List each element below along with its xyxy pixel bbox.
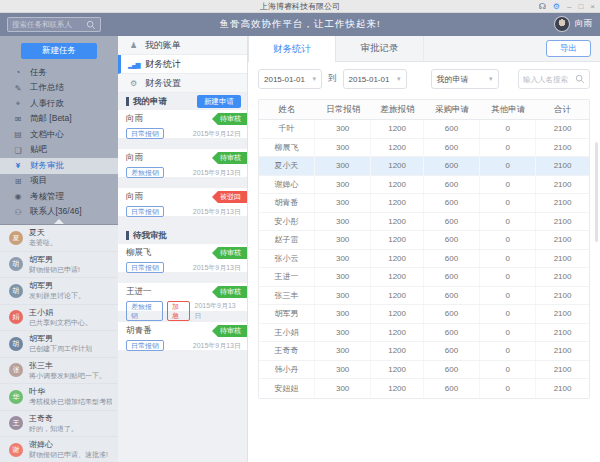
cell-other: 0 (480, 324, 536, 342)
finance-menu-item[interactable]: 我的账单 (118, 36, 247, 55)
table-row[interactable]: 韩小丹 300 1200 600 0 2100 (259, 361, 589, 380)
cell-other: 0 (480, 342, 536, 360)
table-row[interactable]: 安妞妞 300 1200 600 0 2100 (259, 379, 589, 398)
cell-daily: 300 (315, 194, 371, 212)
cell-total: 2100 (536, 194, 589, 212)
support-icon[interactable]: ☊ (539, 0, 546, 13)
cell-total: 2100 (536, 379, 589, 398)
scrollbar-thumb[interactable] (595, 142, 598, 242)
cell-total: 2100 (536, 287, 589, 305)
search-icon (575, 74, 585, 84)
card-bottom: 日常报销 2015年9月13日 (126, 262, 241, 273)
application-date: 2015年9月13日 (193, 168, 241, 178)
sidebar-nav-item[interactable]: 联系人[36/46] (0, 205, 118, 221)
contact-item[interactable]: 胡 胡军男 已创建下周工作计划 (0, 331, 118, 358)
sidebar-nav-item[interactable]: 人事行政 (0, 96, 118, 112)
nav-label: 简邮 [Beta] (30, 113, 72, 125)
table-row[interactable]: 谢婵心 300 1200 600 0 2100 (259, 176, 589, 195)
contact-item[interactable]: 华 叶华 考核模块已增加结果型考核。 (0, 384, 118, 411)
sidebar-nav-item[interactable]: 文档中心 (0, 127, 118, 143)
nav-icon (13, 99, 23, 109)
sidebar-nav-item[interactable]: 任务 (0, 65, 118, 81)
global-search-input[interactable] (12, 20, 86, 29)
finance-menu-item[interactable]: 财务统计 (118, 55, 247, 74)
cell-total: 2100 (536, 342, 589, 360)
global-search[interactable] (7, 17, 101, 32)
application-card[interactable]: 向雨 被驳回 日常报销 2015年9月13日 (118, 188, 247, 216)
contact-message: 财物报销已申请、速批准! (29, 450, 112, 459)
sidebar-nav-item[interactable]: 工作总结 (0, 81, 118, 97)
cell-name: 胡青番 (259, 194, 315, 212)
name-search-input[interactable] (523, 75, 575, 84)
tabs: 财务统计 审批记录 (248, 36, 424, 61)
table-row[interactable]: 王进一 300 1200 600 0 2100 (259, 268, 589, 287)
contact-avatar: 夏 (9, 231, 23, 245)
export-button[interactable]: 导出 (546, 40, 591, 57)
cell-daily: 300 (315, 231, 371, 249)
panel-tab[interactable]: 财务统计 (248, 36, 336, 62)
sidebar-nav-item[interactable]: 项目 (0, 174, 118, 190)
approval-card[interactable]: 柳展飞 待审核 日常报销 2015年9月13日 (118, 244, 247, 272)
cell-other: 0 (480, 250, 536, 268)
to-label: 到 (328, 73, 337, 85)
tab-bar: 财务统计 审批记录 导出 (248, 36, 600, 62)
contact-item[interactable]: 胡 胡军男 发到群里讨论下。 (0, 278, 118, 305)
panel-tab[interactable]: 审批记录 (336, 36, 424, 61)
date-from-select[interactable]: 2015-01-01 ▾ (258, 69, 322, 89)
name-search[interactable] (518, 69, 590, 89)
sidebar: 新建任务 任务 工作总结 人事行政 (0, 36, 118, 462)
application-date: 2015年9月13日 (193, 341, 241, 351)
sidebar-nav-item[interactable]: 财务审批 (0, 158, 118, 174)
approval-card[interactable]: 胡青番 待审核 日常报销 2015年9月13日 (118, 322, 247, 350)
contact-message: 已共享到文档中心。 (29, 318, 112, 327)
table-row[interactable]: 张三丰 300 1200 600 0 2100 (259, 287, 589, 306)
cell-other: 0 (480, 268, 536, 286)
cell-name: 安妞妞 (259, 379, 315, 398)
table-row[interactable]: 赵子雷 300 1200 600 0 2100 (259, 231, 589, 250)
sidebar-nav-item[interactable]: 贴吧 (0, 143, 118, 159)
table-row[interactable]: 张小云 300 1200 600 0 2100 (259, 250, 589, 269)
table-row[interactable]: 安小彤 300 1200 600 0 2100 (259, 213, 589, 232)
finance-menu-item[interactable]: 财务设置 (118, 74, 247, 93)
contact-item[interactable]: 谢 谢婵心 财物报销已申请、速批准! (0, 437, 118, 462)
table-row[interactable]: 王小娟 300 1200 600 0 2100 (259, 324, 589, 343)
contact-avatar: 胡 (9, 337, 23, 351)
table-row[interactable]: 胡青番 300 1200 600 0 2100 (259, 194, 589, 213)
date-to-select[interactable]: 2015-01-01 ▾ (343, 69, 407, 89)
nav-icon (13, 161, 23, 170)
contact-item[interactable]: 王 王奇奇 好的，知道了。 (0, 411, 118, 438)
application-card[interactable]: 向雨 待审核 日常报销 2015年9月12日 (118, 110, 247, 138)
to-approve-header: 待我审批 (118, 227, 247, 244)
cell-daily: 300 (315, 176, 371, 194)
caret-up-icon (54, 219, 64, 224)
status-badge: 待审核 (212, 247, 247, 259)
contact-name: 张三丰 (29, 361, 112, 371)
contact-info: 王小娟 已共享到文档中心。 (29, 308, 112, 327)
contact-item[interactable]: 娟 王小娟 已共享到文档中心。 (0, 305, 118, 332)
application-card[interactable]: 向雨 待审核 差旅报销 2015年9月13日 (118, 149, 247, 177)
sidebar-nav-item[interactable]: 考核管理 (0, 189, 118, 205)
table-row[interactable]: 柳展飞 300 1200 600 0 2100 (259, 139, 589, 158)
contact-item[interactable]: 张 张三丰 将小调整发到贴吧一下。 (0, 358, 118, 385)
cell-daily: 300 (315, 287, 371, 305)
contact-avatar: 王 (9, 416, 23, 430)
new-task-button[interactable]: 新建任务 (21, 43, 97, 59)
scope-select[interactable]: 我的申请 ▾ (431, 69, 499, 89)
minimize-button[interactable]: – (567, 0, 571, 13)
contact-item[interactable]: 夏 夏天 老婆哒。 (0, 225, 118, 252)
cell-travel: 1200 (371, 287, 424, 305)
gear-icon[interactable]: ⚙ (553, 0, 560, 13)
table-row[interactable]: 夏小天 300 1200 600 0 2100 (259, 157, 589, 176)
new-application-button[interactable]: 新建申请 (197, 95, 241, 108)
table-row[interactable]: 王奇奇 300 1200 600 0 2100 (259, 342, 589, 361)
user-area[interactable]: 向雨 (554, 16, 592, 32)
cell-travel: 1200 (371, 157, 424, 175)
table-row[interactable]: 胡军男 300 1200 600 0 2100 (259, 305, 589, 324)
user-avatar[interactable] (554, 16, 570, 32)
close-button[interactable]: × (590, 0, 595, 13)
maximize-button[interactable]: □ (578, 0, 583, 13)
contact-item[interactable]: 胡 胡军男 财物报销已申请! (0, 252, 118, 279)
sidebar-nav-item[interactable]: 简邮 [Beta] (0, 112, 118, 128)
approval-card[interactable]: 王进一 待审核 差旅报销 加急 2015年9月13日 (118, 283, 247, 311)
table-row[interactable]: 千叶 300 1200 600 0 2100 (259, 120, 589, 139)
